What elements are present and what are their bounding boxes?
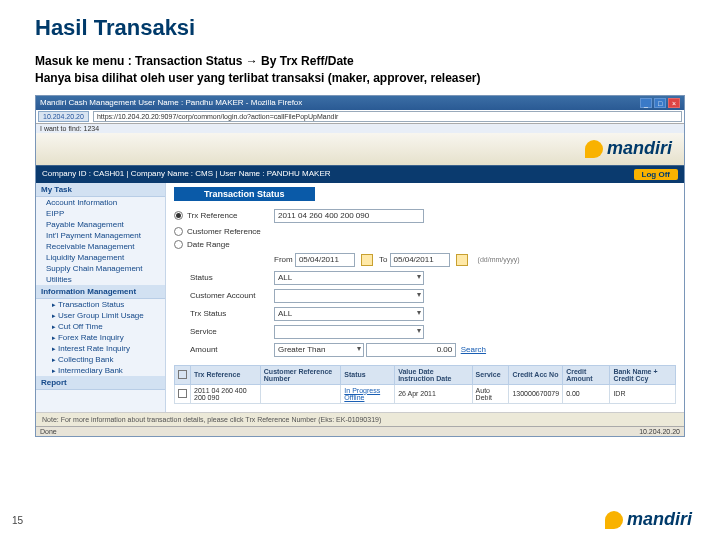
sidebar-item[interactable]: EIPP [36,208,165,219]
th-date: Value Date Instruction Date [395,365,472,384]
label-trx-status: Trx Status [174,309,274,318]
sidebar-group-mytask[interactable]: My Task [36,183,165,197]
sidebar-group-info[interactable]: Information Management [36,285,165,299]
radio-date-range[interactable] [174,240,183,249]
footer-brand-text: mandiri [627,509,692,530]
logoff-button[interactable]: Log Off [634,169,678,180]
amount-op-select[interactable]: Greater Than [274,343,364,357]
mandiri-ribbon-icon [605,511,623,529]
th-credit-amt: Credit Amount [563,365,610,384]
mandiri-ribbon-icon [585,140,603,158]
cell-status[interactable]: In Progress Offline [344,387,380,401]
close-icon[interactable]: × [668,98,680,108]
page-number: 15 [12,515,23,526]
sidebar-item[interactable]: Utilities [36,274,165,285]
results-table: Trx Reference Customer Reference Number … [174,365,676,404]
to-label: To [379,255,387,264]
sidebar: My Task Account Information EIPP Payable… [36,183,166,412]
calendar-icon[interactable] [456,254,468,266]
sidebar-sub[interactable]: Cut Off Time [36,321,165,332]
footer-logo: mandiri [605,509,692,530]
trx-ref-input[interactable]: 2011 04 260 400 200 090 [274,209,424,223]
status-right: 10.204.20.20 [639,428,680,435]
th-status: Status [341,365,395,384]
brand-logo: mandiri [607,138,672,159]
company-info: Company ID : CASH01 | Company Name : CMS… [42,169,331,180]
radio-trx-ref[interactable] [174,211,183,220]
status-bar: Done 10.204.20.20 [36,426,684,436]
footer-note: Note: For more information about transac… [36,412,684,426]
cell-bank: IDR [610,384,676,403]
sidebar-sub[interactable]: Intermediary Bank [36,365,165,376]
from-date-input[interactable]: 05/04/2011 [295,253,355,267]
search-link[interactable]: Search [461,345,486,354]
service-select[interactable] [274,325,424,339]
sidebar-sub[interactable]: Interest Rate Inquiry [36,343,165,354]
date-format-hint: (dd/mm/yyyy) [478,256,520,263]
sidebar-sub[interactable]: User Group Limit Usage [36,310,165,321]
slide-subtitle: Masuk ke menu : Transaction Status → By … [35,53,685,87]
to-date-input[interactable]: 05/04/2011 [390,253,450,267]
th-credit-acc: Credit Acc No [509,365,563,384]
cell-trx-ref: 2011 04 260 400 200 090 [191,384,261,403]
subtitle-part2: By Trx Reff/Date [261,54,354,68]
address-bar: 10.204.20.20 https://10.204.20.20:9097/c… [36,110,684,124]
checkbox-row[interactable] [178,389,187,398]
checkbox-all[interactable] [178,370,187,379]
slide-title: Hasil Transaksi [35,15,685,41]
cell-service: Auto Debit [472,384,509,403]
sidebar-item[interactable]: Receivable Management [36,241,165,252]
maximize-icon[interactable]: □ [654,98,666,108]
label-trx-ref: Trx Reference [187,211,237,220]
sidebar-item[interactable]: Int'l Payment Management [36,230,165,241]
amount-input[interactable]: 0.00 [366,343,456,357]
label-status: Status [174,273,274,282]
subtitle-part3: Hanya bisa dilihat oleh user yang terlib… [35,71,481,85]
arrow-icon: → [246,54,258,68]
sidebar-item[interactable]: Payable Management [36,219,165,230]
minimize-icon[interactable]: _ [640,98,652,108]
label-cust-ref: Customer Reference [187,227,261,236]
section-title: Transaction Status [174,187,315,201]
from-label: From [274,255,293,264]
sidebar-sub-trx-status[interactable]: Transaction Status [36,299,165,310]
cell-credit-amt: 0.00 [563,384,610,403]
trx-status-select[interactable]: ALL [274,307,424,321]
table-row[interactable]: 2011 04 260 400 200 090 In Progress Offl… [175,384,676,403]
sidebar-item[interactable]: Supply Chain Management [36,263,165,274]
label-date-range: Date Range [187,240,230,249]
app-banner: mandiri [36,133,684,165]
calendar-icon[interactable] [361,254,373,266]
sidebar-sub[interactable]: Collecting Bank [36,354,165,365]
th-cust-ref: Customer Reference Number [260,365,341,384]
main-panel: Transaction Status Trx Reference 2011 04… [166,183,684,412]
browser-title: Mandiri Cash Management User Name : Pand… [40,98,302,107]
window-controls[interactable]: _□× [638,98,680,108]
th-bank: Bank Name + Credit Ccy [610,365,676,384]
sidebar-item[interactable]: Account Information [36,197,165,208]
sidebar-sub[interactable]: Forex Rate Inquiry [36,332,165,343]
cell-date: 26 Apr 2011 [395,384,472,403]
th-service: Service [472,365,509,384]
label-amount: Amount [174,345,274,354]
url-field[interactable]: https://10.204.20.20:9097/corp/common/lo… [93,111,682,122]
cell-cust-ref [260,384,341,403]
cust-acc-select[interactable] [274,289,424,303]
find-bar: I want to find: 1234 [36,124,684,133]
label-cust-acc: Customer Account [174,291,274,300]
status-left: Done [40,428,57,435]
label-service: Service [174,327,274,336]
info-bar: Company ID : CASH01 | Company Name : CMS… [36,165,684,183]
cell-credit-acc: 130000670079 [509,384,563,403]
browser-window: Mandiri Cash Management User Name : Pand… [35,95,685,437]
site-badge: 10.204.20.20 [38,111,89,122]
th-trx-ref: Trx Reference [191,365,261,384]
sidebar-group-report[interactable]: Report [36,376,165,390]
browser-titlebar: Mandiri Cash Management User Name : Pand… [36,96,684,110]
sidebar-item[interactable]: Liquidity Management [36,252,165,263]
subtitle-part1: Masuk ke menu : Transaction Status [35,54,242,68]
status-select[interactable]: ALL [274,271,424,285]
radio-cust-ref[interactable] [174,227,183,236]
